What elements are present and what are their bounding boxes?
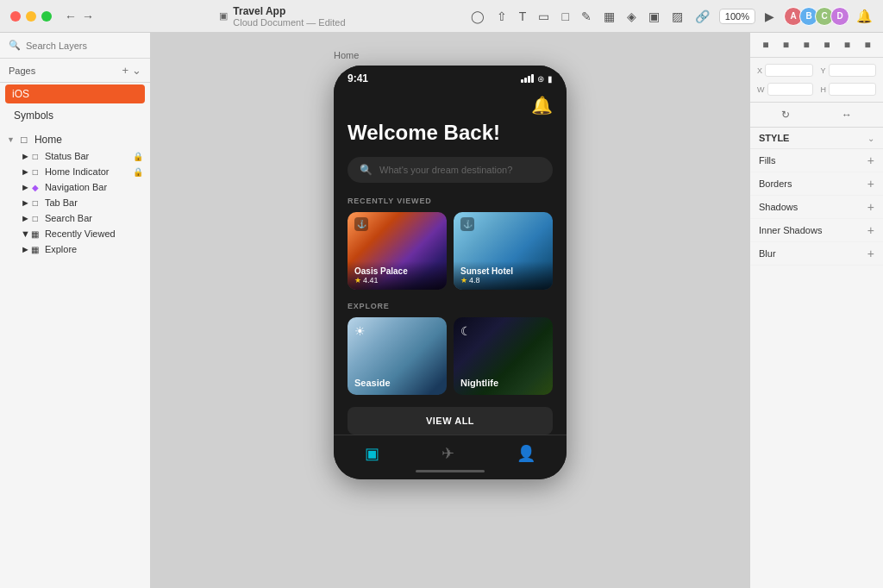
tab-profile[interactable]: 👤	[517, 444, 535, 463]
explore-card-seaside[interactable]: ☀ Seaside	[348, 317, 447, 395]
close-button[interactable]	[10, 11, 21, 22]
card-sunset-hotel[interactable]: ⚓ Sunset Hotel ★ 4.8	[454, 212, 553, 290]
maximize-button[interactable]	[41, 11, 52, 22]
layer-search-bar[interactable]: ► □ Search Bar	[0, 210, 150, 226]
style-section: STYLE ⌄ Fills + Borders + Shadows + Inne…	[750, 128, 883, 266]
wifi-icon: ⊛	[537, 74, 544, 84]
seaside-label: Seaside	[354, 378, 391, 388]
style-collapse-icon[interactable]: ⌄	[867, 134, 874, 143]
coord-y-input[interactable]	[829, 64, 876, 77]
avatar-group: A B C D	[784, 7, 849, 26]
layers-section: ▼ □ Home ► □ Status Bar 🔒 ► □ Home Indic…	[0, 126, 150, 588]
shadows-row: Shadows +	[750, 196, 883, 219]
back-icon[interactable]: ←	[62, 7, 79, 26]
add-page-icon[interactable]: +	[122, 64, 128, 77]
nightlife-label: Nightlife	[460, 378, 498, 388]
layout-icon[interactable]: ▦	[601, 7, 617, 26]
align-center-icon[interactable]: ■	[780, 36, 792, 53]
layer-navigation-bar[interactable]: ► ◆ Navigation Bar	[0, 179, 150, 195]
view-all-button[interactable]: VIEW ALL	[348, 407, 553, 435]
flip-icon[interactable]: ↔	[839, 106, 855, 123]
coord-w-input[interactable]	[767, 83, 813, 96]
shadows-label: Shadows	[759, 202, 798, 212]
frame-icon[interactable]: □	[559, 7, 571, 26]
layer-icon: □	[30, 151, 41, 161]
explore-label: EXPLORE	[348, 302, 553, 310]
inner-shadows-add-icon[interactable]: +	[867, 223, 874, 237]
lock-icon-2: 🔒	[133, 167, 143, 177]
card-sunset-name: Sunset Hotel	[460, 266, 546, 276]
page-symbols[interactable]: Symbols	[5, 105, 145, 126]
notification-icon[interactable]: 🔔	[856, 9, 873, 24]
layer-icon: □	[30, 213, 41, 223]
pen-icon[interactable]: ✎	[579, 7, 594, 26]
coord-w-label: W	[757, 85, 765, 94]
bell-teal-icon[interactable]: 🔔	[531, 95, 553, 116]
paste-icon[interactable]: ▨	[669, 7, 686, 26]
pages-header: Pages + ⌄	[0, 59, 150, 83]
chevron-icon: ►	[21, 197, 30, 208]
chevron-icon: ►	[21, 213, 30, 223]
left-panel: 🔍 Pages + ⌄ iOS Symbols ▼ □ Home ► □ Sta…	[0, 33, 151, 588]
align-top-icon[interactable]: ■	[821, 36, 832, 53]
phone-search-bar[interactable]: 🔍 What's your dream destination?	[348, 157, 553, 183]
layer-recently-viewed[interactable]: ▼ ▦ Recently Viewed	[0, 226, 150, 241]
center-canvas: Home 9:41 ⊛ ▮	[151, 33, 749, 588]
layer-explore[interactable]: ► ▦ Explore	[0, 241, 150, 257]
frame-icon-home: □	[18, 134, 30, 146]
align-right-icon[interactable]: ■	[801, 36, 812, 53]
borders-add-icon[interactable]: +	[867, 177, 874, 191]
phone-search-icon: 🔍	[360, 164, 373, 176]
battery-icon: ▮	[548, 74, 553, 84]
card-oasis-palace[interactable]: ⚓ Oasis Palace ★ 4.41	[348, 212, 447, 290]
phone-mockup: 9:41 ⊛ ▮ 🔔	[334, 66, 567, 479]
layer-tab-bar[interactable]: ► □ Tab Bar	[0, 195, 150, 210]
play-icon[interactable]: ▶	[762, 7, 777, 26]
layer-group-home[interactable]: ▼ □ Home	[0, 131, 150, 148]
search-layers-input[interactable]	[26, 41, 141, 51]
explore-card-nightlife[interactable]: ☾ Nightlife	[454, 317, 553, 395]
coord-w: W	[754, 80, 817, 98]
layer-status-bar[interactable]: ► □ Status Bar 🔒	[0, 148, 150, 164]
card-oasis-name: Oasis Palace	[354, 266, 440, 276]
page-ios[interactable]: iOS	[5, 84, 145, 103]
fills-row: Fills +	[750, 149, 883, 172]
layer-home-indicator[interactable]: ► □ Home Indicator 🔒	[0, 164, 150, 179]
alignment-tools: ■ ■ ■ ■ ■ ■	[750, 33, 883, 58]
coord-x-input[interactable]	[765, 64, 812, 77]
inner-shadows-label: Inner Shadows	[759, 225, 822, 235]
align-bottom-icon[interactable]: ■	[861, 36, 873, 53]
signal-bar-1	[521, 79, 523, 83]
home-layer-label: Home	[34, 134, 62, 146]
main-layout: 🔍 Pages + ⌄ iOS Symbols ▼ □ Home ► □ Sta…	[0, 33, 883, 588]
minimize-button[interactable]	[26, 11, 36, 22]
inner-shadows-row: Inner Shadows +	[750, 219, 883, 242]
star-icon-sunset: ★	[460, 276, 467, 285]
tab-home[interactable]: ▣	[365, 444, 379, 463]
align-middle-icon[interactable]: ■	[842, 36, 853, 53]
shadows-add-icon[interactable]: +	[867, 200, 874, 214]
link-icon[interactable]: 🔗	[692, 7, 712, 26]
pages-menu-icon[interactable]: ⌄	[132, 64, 141, 77]
phone-status-bar: 9:41 ⊛ ▮	[334, 66, 567, 88]
signal-bars	[521, 74, 534, 83]
signal-bar-4	[531, 74, 534, 83]
zoom-control[interactable]: 100%	[719, 9, 755, 24]
toolbar: ◯ ⇧ T ▭ □ ✎ ▦ ◈ ▣ ▨ 🔗 100% ▶ A B C D 🔔	[468, 7, 873, 26]
component-icon[interactable]: ◈	[624, 7, 639, 26]
rotate-icon[interactable]: ↻	[779, 106, 792, 123]
fills-add-icon[interactable]: +	[867, 153, 874, 167]
forward-icon[interactable]: →	[79, 7, 97, 26]
blur-add-icon[interactable]: +	[867, 247, 874, 260]
shape-icon[interactable]: ◯	[468, 7, 487, 26]
title-bar: ← → ▣ Travel App Cloud Document — Edited…	[0, 0, 883, 33]
copy-icon[interactable]: ▣	[646, 7, 662, 26]
upload-icon[interactable]: ⇧	[494, 7, 510, 26]
tab-flights[interactable]: ✈	[442, 444, 454, 463]
coord-h-label: H	[821, 85, 827, 94]
text-icon[interactable]: T	[517, 7, 529, 26]
align-left-icon[interactable]: ■	[760, 36, 771, 53]
crop-icon[interactable]: ▭	[535, 7, 552, 26]
coord-h-input[interactable]	[829, 83, 876, 96]
layer-icon: □	[30, 166, 41, 177]
